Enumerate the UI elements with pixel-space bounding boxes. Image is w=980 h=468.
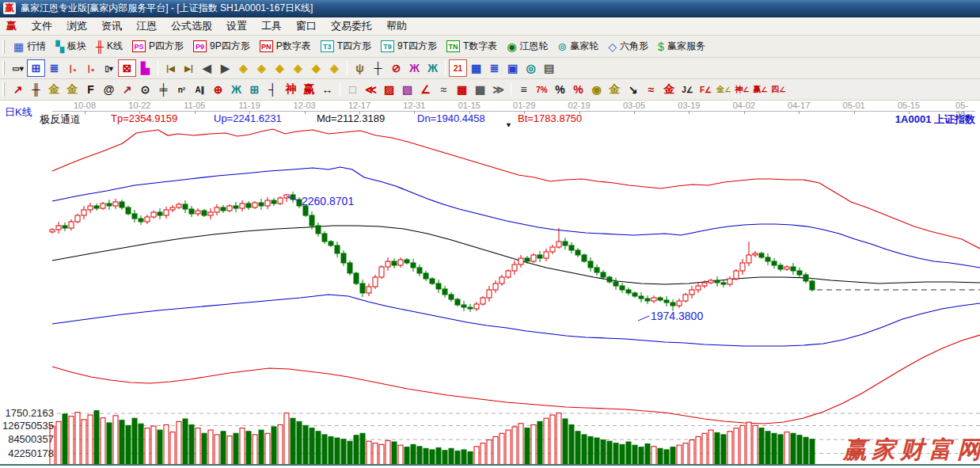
pattern-tool-2[interactable]: Ж [424, 59, 442, 77]
draw-bars-indicator[interactable]: ≡ [515, 81, 533, 98]
btn-quotes[interactable]: ▦行情 [9, 37, 51, 56]
menu-file[interactable]: 文件 [25, 17, 59, 35]
draw-angle-rays[interactable]: ∠ [416, 81, 435, 98]
btn-winner-service[interactable]: $赢家服务 [653, 37, 710, 56]
btn-hexagon[interactable]: ◇六角形 [603, 37, 653, 56]
print-tool[interactable]: ▤ [540, 59, 558, 77]
btn-p-square[interactable]: PSP四方形 [127, 37, 188, 56]
pattern-tool-1[interactable]: Ж [405, 59, 424, 77]
draw-si-angle[interactable]: 四∠ [769, 81, 788, 98]
calendar-tool[interactable]: 21 [449, 59, 467, 77]
draw-fibonacci[interactable]: F [82, 81, 100, 98]
menu-window[interactable]: 窗口 [289, 17, 324, 35]
candle-body [759, 253, 764, 257]
draw-circle-cross[interactable]: ⊕ [209, 81, 227, 98]
draw-gold-ruler-2[interactable]: 金 [63, 81, 82, 98]
gann-marker-star[interactable]: ◆ [307, 59, 325, 77]
gann-marker-right[interactable]: ◈ [253, 59, 271, 77]
draw-pencil-2[interactable]: ↗ [118, 81, 136, 98]
web-tool[interactable]: ◎ [522, 59, 540, 77]
menu-gann[interactable]: 江恩 [129, 17, 164, 35]
draw-web-grid[interactable]: ⊞ [245, 81, 264, 98]
k9-cycle[interactable]: ∣₉ [82, 59, 100, 77]
btn-gann-wheel[interactable]: ◉江恩轮 [502, 37, 553, 56]
btn-t-square[interactable]: T3T四方形 [316, 37, 376, 56]
draw-box-rays[interactable]: ▨ [380, 81, 398, 98]
draw-pencil[interactable]: ↗ [9, 81, 27, 98]
draw-box-fan[interactable]: ▧ [398, 81, 416, 98]
chart-canvas[interactable]: 1750.216312675053584500357422501782260.8… [0, 127, 980, 468]
btn-9t-square[interactable]: T99T四方形 [376, 37, 442, 56]
draw-n-squared[interactable]: n² [173, 81, 191, 98]
overlay-grid-toggle[interactable]: ⊞ [27, 59, 45, 77]
draw-fan-rays[interactable]: ≪ [362, 81, 380, 98]
gann-marker-left[interactable]: ◈ [234, 59, 253, 77]
menu-browse[interactable]: 浏览 [59, 17, 94, 35]
notes-tool[interactable]: ≣ [485, 59, 503, 77]
draw-bar-mark[interactable]: ┤ [264, 81, 282, 98]
menu-help[interactable]: 帮助 [379, 17, 414, 35]
draw-wave[interactable]: ≈ [435, 81, 453, 98]
candle-type-dropdown[interactable]: ▯▾ [100, 59, 118, 77]
draw-gold-angle[interactable]: 金∠ [715, 81, 733, 98]
draw-spiral[interactable]: @ [100, 81, 118, 98]
calculator-tool[interactable]: ▦ [467, 59, 485, 77]
draw-slashes[interactable]: ≫ [489, 81, 507, 98]
draw-percent-lines[interactable]: % [569, 81, 587, 98]
menu-settings[interactable]: 设置 [219, 17, 254, 35]
draw-j-angle[interactable]: J∠ [678, 81, 697, 98]
draw-f-angle[interactable]: F∠ [697, 81, 715, 98]
draw-gold-circle[interactable]: ◉ [587, 81, 606, 98]
draw-cycle-circle[interactable]: ⊙ [136, 81, 154, 98]
btn-kline[interactable]: ╫K线 [91, 37, 127, 56]
volume-bar [189, 424, 194, 465]
gann-marker-cross[interactable]: ◈ [289, 59, 307, 77]
btn-t-number-table[interactable]: TNT数字表 [442, 37, 502, 56]
menu-tools[interactable]: 工具 [254, 17, 289, 35]
goto-last[interactable]: ▶| [180, 59, 198, 77]
draw-star-web[interactable]: Ж [227, 81, 245, 98]
draw-flag-pencil[interactable]: ↘ [624, 81, 642, 98]
btn-p-number-table[interactable]: PNP数字表 [255, 37, 316, 56]
gann-marker-all[interactable]: ◈ [325, 59, 344, 77]
info-panel-toggle[interactable]: ≣ [45, 59, 63, 77]
draw-select-box[interactable]: □ [344, 81, 362, 98]
draw-measure[interactable]: ↔ [318, 81, 336, 98]
k3-cycle[interactable]: ∣₃ [63, 59, 82, 77]
save-tool[interactable]: ▣ [503, 59, 522, 77]
draw-ruler-ticks[interactable]: ╪ [154, 81, 173, 98]
draw-red-grid[interactable]: ▦ [453, 81, 471, 98]
draw-ying-angle[interactable]: 赢∠ [751, 81, 769, 98]
draw-gold-underline[interactable]: 金 [660, 81, 678, 98]
crosshair-tool[interactable]: ┼ [369, 59, 387, 77]
draw-percent[interactable]: % [551, 81, 569, 98]
btn-sectors[interactable]: ▚板块 [51, 37, 91, 56]
red-grid-toggle[interactable]: ⊠ [118, 59, 136, 77]
step-back[interactable]: ◀ [198, 59, 216, 77]
draw-mirror[interactable]: A∥ [191, 81, 209, 98]
step-forward[interactable]: ▶ [216, 59, 234, 77]
volume-bar [259, 430, 264, 465]
candle-body [341, 253, 346, 263]
draw-shen-tool[interactable]: 神 [282, 81, 300, 98]
btn-winner-wheel[interactable]: ⊚赢家轮 [553, 37, 604, 56]
draw-7-percent[interactable]: 7% [533, 81, 551, 98]
menu-news[interactable]: 资讯 [94, 17, 129, 35]
gann-marker-h[interactable]: ◆ [271, 59, 289, 77]
goto-first[interactable]: |◀ [161, 59, 180, 77]
draw-a-wave[interactable]: ≈ [642, 81, 660, 98]
draw-gold-ruler-1[interactable]: 金 [45, 81, 63, 98]
draw-gold-lines[interactable]: 金 [606, 81, 624, 98]
candle-body [525, 258, 530, 261]
draw-shen-angle[interactable]: 神∠ [733, 81, 751, 98]
chart-style-dropdown[interactable]: ▭▾ [9, 59, 27, 77]
menu-formula-stockpick[interactable]: 公式选股 [164, 17, 219, 35]
histogram-toggle[interactable]: ▙ [136, 59, 154, 77]
draw-ying-tool[interactable]: 赢 [300, 81, 318, 98]
menu-trade[interactable]: 交易委托 [324, 17, 379, 35]
draw-grid[interactable]: ▩ [471, 81, 489, 98]
btn-9p-square[interactable]: P99P四方形 [188, 37, 255, 56]
pan-hand-tool[interactable]: ψ [351, 59, 369, 77]
draw-gann-grid[interactable]: ╫ [27, 81, 45, 98]
zoom-off-tool[interactable]: ⊘ [387, 59, 405, 77]
